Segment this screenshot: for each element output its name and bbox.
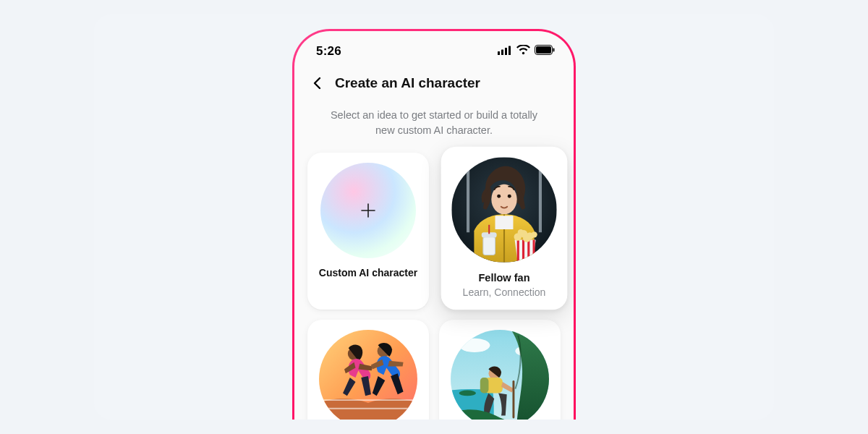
- svg-rect-0: [498, 51, 500, 55]
- status-bar: 5:26: [306, 41, 562, 66]
- svg-rect-5: [536, 46, 551, 54]
- page-subtitle: Select an idea to get started or build a…: [306, 98, 562, 151]
- svg-rect-13: [483, 237, 495, 255]
- runners-illustration: [319, 330, 417, 420]
- plus-icon: [359, 202, 377, 219]
- status-icons: [498, 45, 555, 58]
- svg-rect-6: [553, 48, 555, 52]
- card-custom-character[interactable]: Custom AI character: [307, 153, 429, 310]
- back-button[interactable]: [307, 73, 328, 93]
- svg-rect-2: [505, 48, 507, 55]
- cellular-icon: [498, 45, 512, 58]
- svg-rect-36: [512, 380, 514, 418]
- runners-avatar: [319, 330, 417, 420]
- svg-rect-19: [533, 240, 535, 263]
- svg-point-25: [523, 234, 530, 242]
- custom-avatar: [320, 163, 416, 258]
- svg-rect-35: [480, 378, 489, 393]
- svg-point-30: [459, 339, 490, 352]
- app-canvas: 5:26 Create an AI: [94, 14, 774, 420]
- svg-rect-3: [509, 46, 511, 56]
- page-title: Create an AI character: [335, 75, 480, 91]
- svg-rect-15: [488, 225, 490, 234]
- phone-screen: 5:26 Create an AI: [294, 31, 574, 420]
- svg-point-11: [497, 195, 501, 198]
- card-fellow-sub: Learn, Connection: [463, 286, 546, 298]
- card-fellow-fan[interactable]: Fellow fan Learn, Connection: [441, 147, 568, 310]
- chevron-left-icon: [311, 77, 324, 90]
- card-grid: Custom AI character: [306, 151, 562, 420]
- svg-point-32: [459, 391, 476, 396]
- fellow-fan-avatar: [451, 157, 557, 263]
- hiker-illustration: [451, 330, 549, 420]
- card-fellow-label: Fellow fan: [478, 271, 529, 284]
- card-custom-label: Custom AI character: [319, 267, 417, 278]
- card-runners[interactable]: [307, 320, 429, 420]
- svg-point-23: [531, 231, 537, 237]
- fellow-fan-illustration: [451, 157, 557, 263]
- header-row: Create an AI character: [306, 66, 562, 98]
- svg-rect-16: [517, 240, 519, 263]
- battery-icon: [535, 45, 555, 58]
- svg-point-24: [518, 229, 524, 235]
- wifi-icon: [516, 45, 530, 58]
- svg-rect-17: [522, 240, 524, 263]
- card-hiker[interactable]: [439, 320, 561, 420]
- status-time: 5:26: [316, 44, 341, 59]
- svg-rect-9: [539, 165, 542, 233]
- phone-frame: 5:26 Create an AI: [292, 29, 576, 420]
- svg-rect-8: [467, 165, 469, 233]
- svg-rect-18: [527, 240, 529, 263]
- hiker-avatar: [451, 330, 549, 420]
- svg-rect-1: [501, 50, 503, 56]
- svg-point-12: [508, 195, 511, 198]
